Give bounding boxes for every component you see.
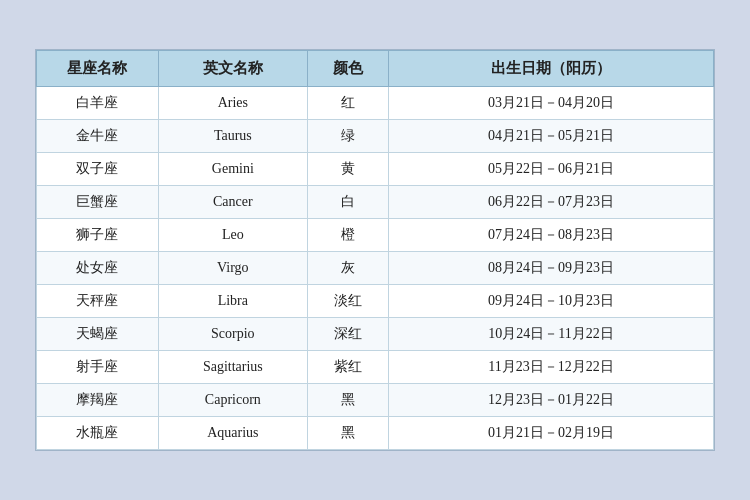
cell-date: 12月23日－01月22日 [389, 384, 714, 417]
cell-date: 01月21日－02月19日 [389, 417, 714, 450]
cell-date: 05月22日－06月21日 [389, 153, 714, 186]
cell-color: 橙 [307, 219, 388, 252]
cell-chinese: 天蝎座 [37, 318, 159, 351]
cell-chinese: 金牛座 [37, 120, 159, 153]
table-body: 白羊座Aries红03月21日－04月20日金牛座Taurus绿04月21日－0… [37, 87, 714, 450]
cell-english: Scorpio [158, 318, 307, 351]
cell-color: 白 [307, 186, 388, 219]
table-row: 双子座Gemini黄05月22日－06月21日 [37, 153, 714, 186]
header-date: 出生日期（阳历） [389, 51, 714, 87]
cell-date: 08月24日－09月23日 [389, 252, 714, 285]
cell-color: 深红 [307, 318, 388, 351]
cell-color: 灰 [307, 252, 388, 285]
cell-chinese: 狮子座 [37, 219, 159, 252]
cell-chinese: 处女座 [37, 252, 159, 285]
cell-color: 淡红 [307, 285, 388, 318]
table-row: 巨蟹座Cancer白06月22日－07月23日 [37, 186, 714, 219]
cell-color: 绿 [307, 120, 388, 153]
cell-color: 黄 [307, 153, 388, 186]
cell-english: Virgo [158, 252, 307, 285]
cell-date: 10月24日－11月22日 [389, 318, 714, 351]
cell-english: Gemini [158, 153, 307, 186]
cell-date: 06月22日－07月23日 [389, 186, 714, 219]
cell-date: 03月21日－04月20日 [389, 87, 714, 120]
cell-english: Cancer [158, 186, 307, 219]
cell-date: 11月23日－12月22日 [389, 351, 714, 384]
zodiac-table-container: 星座名称 英文名称 颜色 出生日期（阳历） 白羊座Aries红03月21日－04… [35, 49, 715, 451]
header-color: 颜色 [307, 51, 388, 87]
table-row: 水瓶座Aquarius黑01月21日－02月19日 [37, 417, 714, 450]
table-row: 射手座Sagittarius紫红11月23日－12月22日 [37, 351, 714, 384]
cell-date: 09月24日－10月23日 [389, 285, 714, 318]
cell-date: 07月24日－08月23日 [389, 219, 714, 252]
cell-chinese: 水瓶座 [37, 417, 159, 450]
table-row: 摩羯座Capricorn黑12月23日－01月22日 [37, 384, 714, 417]
cell-date: 04月21日－05月21日 [389, 120, 714, 153]
cell-english: Libra [158, 285, 307, 318]
table-row: 狮子座Leo橙07月24日－08月23日 [37, 219, 714, 252]
table-row: 天秤座Libra淡红09月24日－10月23日 [37, 285, 714, 318]
cell-color: 红 [307, 87, 388, 120]
header-chinese: 星座名称 [37, 51, 159, 87]
cell-chinese: 巨蟹座 [37, 186, 159, 219]
header-english: 英文名称 [158, 51, 307, 87]
cell-chinese: 双子座 [37, 153, 159, 186]
cell-chinese: 射手座 [37, 351, 159, 384]
cell-chinese: 摩羯座 [37, 384, 159, 417]
cell-english: Aquarius [158, 417, 307, 450]
cell-english: Leo [158, 219, 307, 252]
table-header-row: 星座名称 英文名称 颜色 出生日期（阳历） [37, 51, 714, 87]
table-row: 金牛座Taurus绿04月21日－05月21日 [37, 120, 714, 153]
cell-english: Aries [158, 87, 307, 120]
cell-color: 黑 [307, 417, 388, 450]
zodiac-table: 星座名称 英文名称 颜色 出生日期（阳历） 白羊座Aries红03月21日－04… [36, 50, 714, 450]
cell-color: 黑 [307, 384, 388, 417]
cell-chinese: 天秤座 [37, 285, 159, 318]
table-row: 天蝎座Scorpio深红10月24日－11月22日 [37, 318, 714, 351]
table-row: 白羊座Aries红03月21日－04月20日 [37, 87, 714, 120]
cell-chinese: 白羊座 [37, 87, 159, 120]
cell-english: Sagittarius [158, 351, 307, 384]
cell-color: 紫红 [307, 351, 388, 384]
table-row: 处女座Virgo灰08月24日－09月23日 [37, 252, 714, 285]
cell-english: Capricorn [158, 384, 307, 417]
cell-english: Taurus [158, 120, 307, 153]
